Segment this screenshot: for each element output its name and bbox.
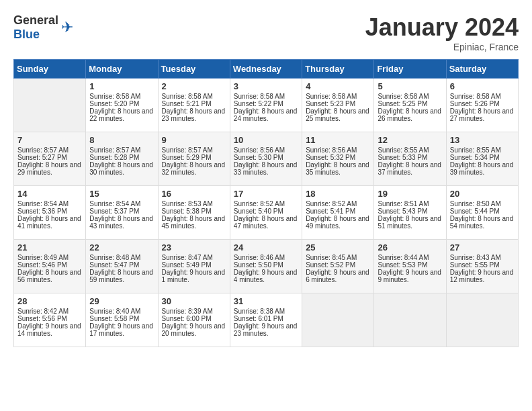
cell-info: Sunrise: 8:54 AMSunset: 5:37 PMDaylight:… <box>89 200 153 230</box>
calendar-cell: 30Sunrise: 8:39 AMSunset: 6:00 PMDayligh… <box>158 293 230 347</box>
calendar-cell: 9Sunrise: 8:57 AMSunset: 5:29 PMDaylight… <box>158 132 230 186</box>
day-of-week-header: Thursday <box>302 60 374 79</box>
logo: General Blue ✈ <box>13 13 73 42</box>
day-number: 27 <box>450 242 515 253</box>
day-of-week-header: Sunday <box>14 60 86 79</box>
calendar-cell: 23Sunrise: 8:47 AMSunset: 5:49 PMDayligh… <box>158 240 230 293</box>
day-number: 21 <box>17 242 82 253</box>
day-number: 18 <box>306 189 370 199</box>
calendar-cell: 14Sunrise: 8:54 AMSunset: 5:36 PMDayligh… <box>14 186 86 240</box>
day-number: 11 <box>306 135 370 145</box>
day-number: 24 <box>234 242 298 253</box>
page-header: General Blue ✈ January 2024 Epiniac, Fra… <box>13 13 519 52</box>
day-number: 25 <box>306 242 370 253</box>
day-number: 20 <box>450 189 515 199</box>
day-number: 13 <box>450 135 515 145</box>
cell-info: Sunrise: 8:57 AMSunset: 5:28 PMDaylight:… <box>89 146 153 176</box>
cell-info: Sunrise: 8:57 AMSunset: 5:27 PMDaylight:… <box>17 146 81 176</box>
day-number: 12 <box>378 135 442 145</box>
cell-info: Sunrise: 8:58 AMSunset: 5:20 PMDaylight:… <box>89 93 153 122</box>
calendar-cell: 3Sunrise: 8:58 AMSunset: 5:22 PMDaylight… <box>230 79 302 132</box>
day-number: 10 <box>234 135 298 145</box>
calendar-week-row: 7Sunrise: 8:57 AMSunset: 5:27 PMDaylight… <box>14 132 519 186</box>
cell-info: Sunrise: 8:53 AMSunset: 5:38 PMDaylight:… <box>162 200 226 230</box>
logo-blue: Blue <box>13 28 40 41</box>
day-number: 15 <box>89 189 154 199</box>
calendar-cell <box>446 293 518 347</box>
calendar-cell: 7Sunrise: 8:57 AMSunset: 5:27 PMDaylight… <box>14 132 86 186</box>
day-number: 3 <box>234 81 298 91</box>
calendar-cell <box>374 293 446 347</box>
calendar-week-row: 21Sunrise: 8:49 AMSunset: 5:46 PMDayligh… <box>14 240 519 293</box>
calendar-cell: 21Sunrise: 8:49 AMSunset: 5:46 PMDayligh… <box>14 240 86 293</box>
day-of-week-header: Monday <box>86 60 158 79</box>
calendar-cell: 22Sunrise: 8:48 AMSunset: 5:47 PMDayligh… <box>86 240 158 293</box>
calendar-cell: 16Sunrise: 8:53 AMSunset: 5:38 PMDayligh… <box>158 186 230 240</box>
day-number: 31 <box>234 296 298 306</box>
calendar-week-row: 14Sunrise: 8:54 AMSunset: 5:36 PMDayligh… <box>14 186 519 240</box>
calendar-cell: 27Sunrise: 8:43 AMSunset: 5:55 PMDayligh… <box>446 240 518 293</box>
day-number: 9 <box>162 135 226 145</box>
calendar-cell: 2Sunrise: 8:58 AMSunset: 5:21 PMDaylight… <box>158 79 230 132</box>
calendar-week-row: 1Sunrise: 8:58 AMSunset: 5:20 PMDaylight… <box>14 79 519 132</box>
calendar-cell: 29Sunrise: 8:40 AMSunset: 5:58 PMDayligh… <box>86 293 158 347</box>
day-number: 22 <box>89 242 154 253</box>
cell-info: Sunrise: 8:56 AMSunset: 5:32 PMDaylight:… <box>306 146 369 176</box>
cell-info: Sunrise: 8:46 AMSunset: 5:50 PMDaylight:… <box>234 254 298 283</box>
calendar-cell: 6Sunrise: 8:58 AMSunset: 5:26 PMDaylight… <box>446 79 518 132</box>
day-number: 14 <box>17 189 82 199</box>
day-number: 4 <box>306 81 370 91</box>
day-number: 19 <box>378 189 442 199</box>
cell-info: Sunrise: 8:56 AMSunset: 5:30 PMDaylight:… <box>234 146 298 176</box>
cell-info: Sunrise: 8:42 AMSunset: 5:56 PMDaylight:… <box>17 308 81 337</box>
day-number: 5 <box>378 81 442 91</box>
day-of-week-header: Saturday <box>446 60 518 79</box>
calendar-cell: 13Sunrise: 8:55 AMSunset: 5:34 PMDayligh… <box>446 132 518 186</box>
day-number: 7 <box>17 135 82 145</box>
month-title: January 2024 <box>365 13 519 42</box>
cell-info: Sunrise: 8:43 AMSunset: 5:55 PMDaylight:… <box>450 254 514 283</box>
day-number: 1 <box>89 81 154 91</box>
calendar-cell: 12Sunrise: 8:55 AMSunset: 5:33 PMDayligh… <box>374 132 446 186</box>
cell-info: Sunrise: 8:50 AMSunset: 5:44 PMDaylight:… <box>450 200 514 230</box>
cell-info: Sunrise: 8:49 AMSunset: 5:46 PMDaylight:… <box>17 254 81 283</box>
day-number: 2 <box>162 81 226 91</box>
calendar-cell: 19Sunrise: 8:51 AMSunset: 5:43 PMDayligh… <box>374 186 446 240</box>
calendar-cell: 10Sunrise: 8:56 AMSunset: 5:30 PMDayligh… <box>230 132 302 186</box>
calendar-cell <box>14 79 86 132</box>
calendar-cell: 25Sunrise: 8:45 AMSunset: 5:52 PMDayligh… <box>302 240 374 293</box>
day-number: 6 <box>450 81 515 91</box>
day-number: 28 <box>17 296 82 306</box>
cell-info: Sunrise: 8:58 AMSunset: 5:26 PMDaylight:… <box>450 93 514 122</box>
calendar-cell: 28Sunrise: 8:42 AMSunset: 5:56 PMDayligh… <box>14 293 86 347</box>
cell-info: Sunrise: 8:58 AMSunset: 5:25 PMDaylight:… <box>378 93 441 122</box>
calendar-cell: 5Sunrise: 8:58 AMSunset: 5:25 PMDaylight… <box>374 79 446 132</box>
cell-info: Sunrise: 8:58 AMSunset: 5:23 PMDaylight:… <box>306 93 369 122</box>
calendar-cell: 15Sunrise: 8:54 AMSunset: 5:37 PMDayligh… <box>86 186 158 240</box>
cell-info: Sunrise: 8:52 AMSunset: 5:41 PMDaylight:… <box>306 200 369 230</box>
cell-info: Sunrise: 8:55 AMSunset: 5:33 PMDaylight:… <box>378 146 441 176</box>
day-number: 30 <box>162 296 226 306</box>
day-number: 16 <box>162 189 226 199</box>
cell-info: Sunrise: 8:47 AMSunset: 5:49 PMDaylight:… <box>162 254 226 283</box>
logo-bird-icon: ✈ <box>61 19 73 36</box>
cell-info: Sunrise: 8:40 AMSunset: 5:58 PMDaylight:… <box>89 308 153 337</box>
day-number: 26 <box>378 242 442 253</box>
calendar-cell: 31Sunrise: 8:38 AMSunset: 6:01 PMDayligh… <box>230 293 302 347</box>
day-number: 29 <box>89 296 154 306</box>
cell-info: Sunrise: 8:51 AMSunset: 5:43 PMDaylight:… <box>378 200 441 230</box>
calendar-cell: 4Sunrise: 8:58 AMSunset: 5:23 PMDaylight… <box>302 79 374 132</box>
calendar-table: SundayMondayTuesdayWednesdayThursdayFrid… <box>13 59 519 347</box>
day-of-week-header: Wednesday <box>230 60 302 79</box>
logo-general: General <box>13 13 58 27</box>
calendar-cell: 11Sunrise: 8:56 AMSunset: 5:32 PMDayligh… <box>302 132 374 186</box>
cell-info: Sunrise: 8:44 AMSunset: 5:53 PMDaylight:… <box>378 254 441 283</box>
calendar-cell: 17Sunrise: 8:52 AMSunset: 5:40 PMDayligh… <box>230 186 302 240</box>
day-of-week-header: Friday <box>374 60 446 79</box>
calendar-cell <box>302 293 374 347</box>
day-number: 17 <box>234 189 298 199</box>
cell-info: Sunrise: 8:45 AMSunset: 5:52 PMDaylight:… <box>306 254 369 283</box>
cell-info: Sunrise: 8:38 AMSunset: 6:01 PMDaylight:… <box>234 308 298 337</box>
location: Epiniac, France <box>365 42 519 52</box>
calendar-cell: 18Sunrise: 8:52 AMSunset: 5:41 PMDayligh… <box>302 186 374 240</box>
